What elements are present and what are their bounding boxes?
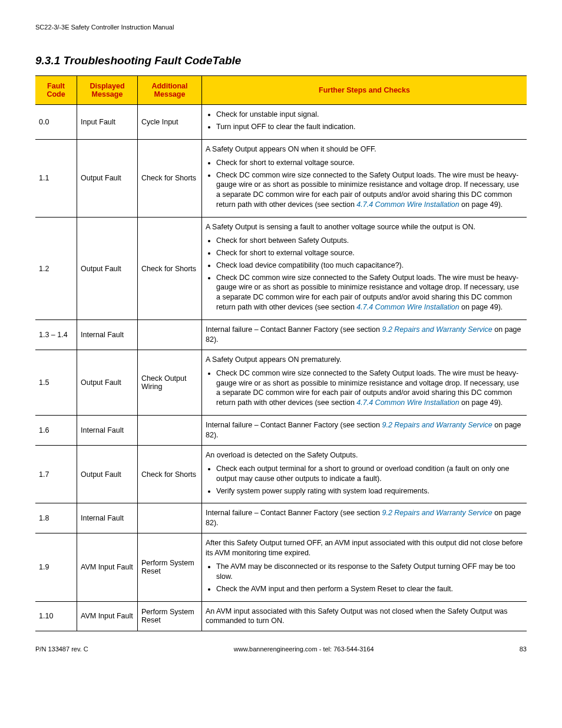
th-displayed: Displayed Message: [77, 76, 138, 105]
table-row: 1.9AVM Input FaultPerform System ResetAf…: [35, 533, 527, 601]
cell-additional: [138, 320, 202, 350]
list-item: Check for short to external voltage sour…: [216, 158, 523, 168]
cell-further: Internal failure – Contact Banner Factor…: [202, 416, 527, 446]
further-list: Check for short to external voltage sour…: [216, 158, 523, 210]
list-item: Check for unstable input signal.: [216, 110, 523, 120]
cell-further: A Safety Output appears ON prematurely.C…: [202, 350, 527, 415]
cell-fault-code: 1.9: [35, 533, 77, 601]
cell-fault-code: 1.5: [35, 350, 77, 415]
cell-additional: Check for Shorts: [138, 139, 202, 217]
further-intro: A Safety Output appears ON when it shoul…: [206, 144, 523, 154]
th-additional: Additional Message: [138, 76, 202, 105]
cross-reference-link[interactable]: 4.7.4 Common Wire Installation: [356, 200, 459, 209]
cell-fault-code: 0.0: [35, 105, 77, 140]
further-list: Check for short between Safety Outputs.C…: [216, 236, 523, 312]
further-plain: Internal failure – Contact Banner Factor…: [206, 325, 523, 345]
cell-fault-code: 1.1: [35, 139, 77, 217]
cell-displayed: Input Fault: [77, 105, 138, 140]
table-row: 1.7Output FaultCheck for ShortsAn overlo…: [35, 445, 527, 503]
table-row: 1.8Internal FaultInternal failure – Cont…: [35, 503, 527, 533]
table-row: 1.6Internal FaultInternal failure – Cont…: [35, 416, 527, 446]
table-row: 1.1Output FaultCheck for ShortsA Safety …: [35, 139, 527, 217]
cross-reference-link[interactable]: 4.7.4 Common Wire Installation: [356, 398, 459, 407]
cell-additional: Check for Shorts: [138, 445, 202, 503]
cell-displayed: AVM Input Fault: [77, 601, 138, 631]
cell-additional: Cycle Input: [138, 105, 202, 140]
cell-further: After this Safety Output turned OFF, an …: [202, 533, 527, 601]
further-list: The AVM may be disconnected or its respo…: [216, 562, 523, 594]
list-item: Check for short to external voltage sour…: [216, 248, 523, 258]
list-item: Check for short between Safety Outputs.: [216, 236, 523, 246]
cell-further: An AVM input associated with this Safety…: [202, 601, 527, 631]
cross-reference-link[interactable]: 9.2 Repairs and Warranty Service: [382, 325, 492, 334]
cell-fault-code: 1.8: [35, 503, 77, 533]
cell-displayed: Internal Fault: [77, 503, 138, 533]
table-row: 1.2Output FaultCheck for ShortsA Safety …: [35, 218, 527, 320]
cell-further: An overload is detected on the Safety Ou…: [202, 445, 527, 503]
cell-further: A Safety Output appears ON when it shoul…: [202, 139, 527, 217]
list-item: The AVM may be disconnected or its respo…: [216, 562, 523, 582]
section-title: 9.3.1 Troubleshooting Fault CodeTable: [35, 54, 527, 67]
cell-displayed: Internal Fault: [77, 416, 138, 446]
list-item: Check the AVM input and then perform a S…: [216, 584, 523, 594]
table-row: 1.3 – 1.4Internal FaultInternal failure …: [35, 320, 527, 350]
table-row: 0.0Input FaultCycle InputCheck for unsta…: [35, 105, 527, 140]
list-item: Check DC common wire size connected to t…: [216, 368, 523, 409]
list-item: Check DC common wire size connected to t…: [216, 170, 523, 210]
cell-fault-code: 1.10: [35, 601, 77, 631]
list-item: Check each output terminal for a short t…: [216, 464, 523, 484]
cross-reference-link[interactable]: 9.2 Repairs and Warranty Service: [382, 509, 492, 517]
list-item: Check load device compatibility (too muc…: [216, 261, 523, 271]
cell-further: Internal failure – Contact Banner Factor…: [202, 503, 527, 533]
cell-fault-code: 1.6: [35, 416, 77, 446]
further-intro: After this Safety Output turned OFF, an …: [206, 538, 523, 558]
cell-further: Check for unstable input signal.Turn inp…: [202, 105, 527, 140]
further-list: Check for unstable input signal.Turn inp…: [216, 110, 523, 132]
cell-displayed: Output Fault: [77, 445, 138, 503]
further-intro: An overload is detected on the Safety Ou…: [206, 450, 523, 460]
cell-additional: Perform System Reset: [138, 601, 202, 631]
footer-url: www.bannerengineering.com - tel: 763-544…: [234, 645, 374, 653]
further-plain: Internal failure – Contact Banner Factor…: [206, 420, 523, 440]
table-row: 1.5Output FaultCheck Output WiringA Safe…: [35, 350, 527, 415]
further-plain: An AVM input associated with this Safety…: [206, 607, 523, 627]
cell-additional: [138, 503, 202, 533]
footer-pn: P/N 133487 rev. C: [35, 645, 88, 653]
cell-further: A Safety Output is sensing a fault to an…: [202, 218, 527, 320]
cross-reference-link[interactable]: 9.2 Repairs and Warranty Service: [382, 421, 492, 429]
cell-displayed: Internal Fault: [77, 320, 138, 350]
list-item: Check DC common wire size connected to t…: [216, 273, 523, 313]
footer-page: 83: [520, 645, 527, 653]
cell-fault-code: 1.7: [35, 445, 77, 503]
further-list: Check each output terminal for a short t…: [216, 464, 523, 496]
cross-reference-link[interactable]: 4.7.4 Common Wire Installation: [356, 303, 459, 311]
th-fault-code: Fault Code: [35, 76, 77, 105]
cell-fault-code: 1.2: [35, 218, 77, 320]
cell-additional: Check Output Wiring: [138, 350, 202, 415]
cell-additional: Check for Shorts: [138, 218, 202, 320]
table-row: 1.10AVM Input FaultPerform System ResetA…: [35, 601, 527, 631]
page-footer: P/N 133487 rev. C www.bannerengineering.…: [35, 645, 527, 653]
cell-additional: Perform System Reset: [138, 533, 202, 601]
manual-header: SC22-3/-3E Safety Controller Instruction…: [35, 24, 527, 31]
cell-additional: [138, 416, 202, 446]
cell-displayed: AVM Input Fault: [77, 533, 138, 601]
list-item: Turn input OFF to clear the fault indica…: [216, 122, 523, 132]
list-item: Verify system power supply rating with s…: [216, 486, 523, 496]
cell-fault-code: 1.3 – 1.4: [35, 320, 77, 350]
further-plain: Internal failure – Contact Banner Factor…: [206, 508, 523, 528]
fault-code-table: Fault Code Displayed Message Additional …: [35, 75, 527, 631]
further-intro: A Safety Output appears ON prematurely.: [206, 355, 523, 365]
cell-further: Internal failure – Contact Banner Factor…: [202, 320, 527, 350]
further-list: Check DC common wire size connected to t…: [216, 368, 523, 409]
cell-displayed: Output Fault: [77, 218, 138, 320]
further-intro: A Safety Output is sensing a fault to an…: [206, 222, 523, 232]
cell-displayed: Output Fault: [77, 139, 138, 217]
th-further: Further Steps and Checks: [202, 76, 527, 105]
cell-displayed: Output Fault: [77, 350, 138, 415]
